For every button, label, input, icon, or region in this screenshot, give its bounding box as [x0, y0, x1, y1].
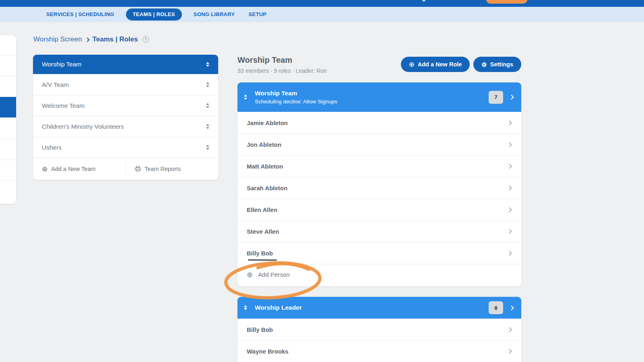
sort-handle-icon[interactable]: [206, 145, 209, 150]
member-name: Wayne Brooks: [247, 348, 289, 355]
pen-underline-annotation: [248, 259, 277, 261]
role-name: Worship Team: [255, 90, 337, 97]
teams-roles-page: SERVICES | SCHEDULING TEAMS | ROLES SONG…: [0, 0, 644, 362]
member-row[interactable]: Ellen Allen: [237, 199, 521, 220]
team-name: Worship Team: [42, 61, 82, 68]
plus-circle-icon: ⊕: [409, 61, 415, 68]
teams-panel: Worship Team A/V Team Welcome Team Child…: [33, 55, 218, 180]
team-item-av-team[interactable]: A/V Team: [33, 74, 218, 95]
team-reports-button[interactable]: Team Reports: [126, 158, 218, 180]
member-row[interactable]: Steve Allen: [237, 220, 521, 242]
team-item-ushers[interactable]: Ushers: [33, 137, 218, 158]
member-name: Jon Ableton: [247, 141, 281, 148]
tab-setup[interactable]: SETUP: [242, 8, 273, 21]
sort-handle-icon[interactable]: [244, 95, 247, 100]
add-new-role-label: Add a New Role: [418, 61, 462, 68]
app-top-bar: [0, 0, 644, 7]
chevron-right-icon: [507, 142, 512, 147]
settings-label: Settings: [490, 61, 513, 68]
edge-panel-row[interactable]: [0, 180, 16, 204]
sort-handle-icon[interactable]: [244, 305, 247, 311]
sort-handle-icon[interactable]: [206, 62, 209, 67]
team-name: Children's Ministry Volunteers: [42, 123, 124, 130]
chevron-right-icon: [507, 349, 512, 354]
edge-panel-row[interactable]: [0, 160, 16, 180]
member-name: Ellen Allen: [247, 206, 277, 213]
member-name: Steve Allen: [247, 228, 279, 235]
team-item-worship-team[interactable]: Worship Team: [33, 55, 218, 74]
primary-nav: SERVICES | SCHEDULING TEAMS | ROLES SONG…: [0, 7, 644, 22]
breadcrumb-current: Teams | Roles: [93, 35, 138, 43]
chevron-right-icon: [507, 207, 512, 212]
member-row[interactable]: Sarah Ableton: [237, 177, 521, 199]
member-count-badge: 7: [489, 91, 503, 104]
team-name: Welcome Team: [42, 102, 85, 109]
role-scheduling-note: Scheduling decline: Allow Signups: [255, 99, 337, 105]
member-count-badge: 8: [489, 301, 503, 314]
status-dot-icon: [422, 0, 425, 2]
member-row[interactable]: Matt Ableton: [237, 155, 521, 177]
member-name: Jamie Ableton: [247, 119, 288, 126]
member-row[interactable]: Jon Ableton: [237, 134, 521, 155]
role-card-worship-team: Worship Team Scheduling decline: Allow S…: [237, 82, 521, 286]
team-name: A/V Team: [42, 81, 69, 88]
edge-panel-row[interactable]: [0, 35, 16, 55]
edge-panel-row-selected[interactable]: [0, 97, 16, 117]
tab-services-scheduling[interactable]: SERVICES | SCHEDULING: [39, 8, 121, 21]
member-name: Billy Bob: [247, 250, 273, 257]
tab-teams-roles[interactable]: TEAMS | ROLES: [126, 8, 182, 21]
add-person-label: Add Person: [258, 271, 289, 278]
edge-panel-row[interactable]: [0, 117, 16, 139]
chevron-right-icon[interactable]: [509, 95, 514, 100]
help-icon[interactable]: ?: [142, 36, 149, 43]
sort-handle-icon[interactable]: [206, 82, 209, 87]
edge-panel-row[interactable]: [0, 55, 16, 76]
gear-icon: ⚙: [481, 62, 487, 68]
header-actions: ⊕ Add a New Role ⚙ Settings: [396, 57, 521, 72]
tab-song-library[interactable]: SONG LIBRARY: [187, 8, 242, 21]
teams-panel-footer: ⊕ Add a New Team Team Reports: [33, 158, 218, 180]
member-name: Sarah Ableton: [247, 185, 287, 191]
team-item-childrens-ministry[interactable]: Children's Ministry Volunteers: [33, 116, 218, 137]
team-summary: 33 members · 9 roles · Leader: Ron: [237, 68, 327, 74]
sort-handle-icon[interactable]: [206, 103, 209, 108]
add-person-button[interactable]: ⊕ Add Person: [237, 264, 521, 285]
orange-action-button[interactable]: [486, 0, 527, 4]
chevron-right-icon: [507, 251, 512, 256]
add-new-team-button[interactable]: ⊕ Add a New Team: [33, 158, 126, 180]
team-item-welcome-team[interactable]: Welcome Team: [33, 95, 218, 116]
chevron-right-icon: [507, 327, 512, 332]
team-name: Ushers: [42, 144, 62, 151]
role-name: Worship Leader: [255, 304, 302, 311]
add-new-team-label: Add a New Team: [51, 166, 95, 172]
breadcrumb: Worship Screen Teams | Roles ?: [33, 35, 149, 43]
member-name: Matt Ableton: [247, 163, 283, 170]
team-reports-label: Team Reports: [144, 166, 181, 172]
edge-panel-row[interactable]: [0, 76, 16, 97]
member-row[interactable]: Billy Bob: [237, 242, 521, 264]
chevron-right-icon: [85, 37, 89, 42]
member-name: Billy Bob: [247, 326, 273, 333]
edge-panel-row[interactable]: [0, 139, 16, 160]
role-card-worship-leader: Worship Leader 8 Billy Bob Wayne Brooks: [237, 297, 521, 362]
settings-button[interactable]: ⚙ Settings: [473, 57, 521, 72]
sort-handle-icon[interactable]: [206, 124, 209, 129]
plus-circle-icon: ⊕: [247, 271, 253, 278]
chevron-right-icon: [507, 229, 512, 234]
page-title: Worship Team: [237, 56, 292, 65]
left-edge-panel: [0, 35, 16, 204]
chevron-right-icon: [507, 185, 512, 191]
chevron-right-icon[interactable]: [509, 305, 514, 311]
plus-circle-icon: ⊕: [42, 166, 47, 173]
member-row[interactable]: Jamie Ableton: [237, 112, 521, 134]
breadcrumb-worship-screen-link[interactable]: Worship Screen: [33, 35, 82, 43]
member-row[interactable]: Wayne Brooks: [237, 340, 521, 362]
role-header-worship-team[interactable]: Worship Team Scheduling decline: Allow S…: [237, 82, 521, 112]
chevron-right-icon: [507, 164, 512, 169]
chevron-right-icon: [507, 120, 512, 125]
add-new-role-button[interactable]: ⊕ Add a New Role: [401, 57, 470, 72]
member-row[interactable]: Billy Bob: [237, 319, 521, 340]
printer-icon: [135, 166, 141, 172]
role-header-worship-leader[interactable]: Worship Leader 8: [237, 297, 521, 319]
